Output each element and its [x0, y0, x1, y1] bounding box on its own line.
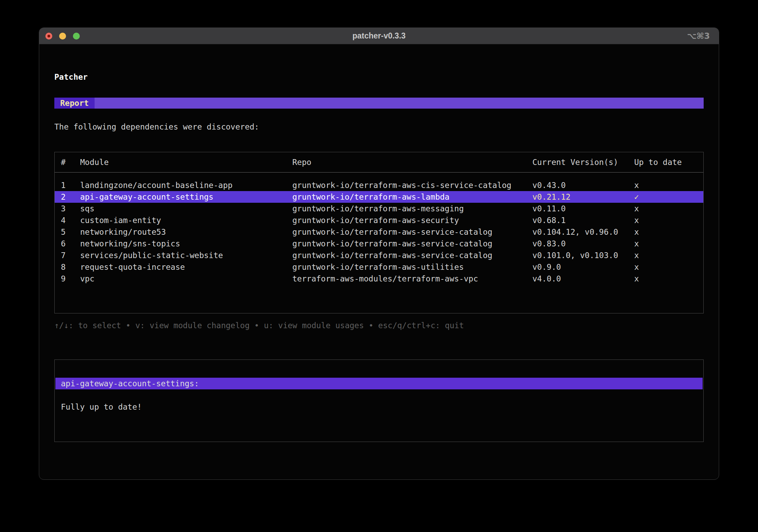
cell-module: services/public-static-website: [80, 250, 292, 261]
cell-module: vpc: [80, 273, 292, 285]
table-row[interactable]: 5 networking/route53 gruntwork-io/terraf…: [55, 226, 703, 238]
cell-module: custom-iam-entity: [80, 214, 292, 226]
cell-current-version: v4.0.0: [532, 273, 634, 285]
detail-panel-status: Fully up to date!: [55, 401, 703, 413]
cell-module: networking/route53: [80, 226, 292, 238]
cell-current-version: v0.43.0: [532, 179, 634, 191]
table-row[interactable]: 6 networking/sns-topics gruntwork-io/ter…: [55, 238, 703, 250]
window-titlebar[interactable]: patcher-v0.3.3 ⌥⌘3: [39, 28, 719, 44]
cell-row-number: 9: [61, 273, 80, 285]
cell-up-to-date: x: [634, 203, 697, 214]
cell-current-version: v0.9.0: [532, 261, 634, 273]
cell-row-number: 1: [61, 179, 80, 191]
table-row[interactable]: 9 vpc terraform-aws-modules/terraform-aw…: [55, 273, 703, 285]
cell-row-number: 4: [61, 214, 80, 226]
dependencies-table: # Module Repo Current Version(s) Up to d…: [54, 152, 704, 313]
cell-row-number: 2: [61, 191, 80, 203]
table-row[interactable]: 8 request-quota-increase gruntwork-io/te…: [55, 261, 703, 273]
cell-repo: gruntwork-io/terraform-aws-service-catal…: [292, 238, 532, 250]
tab-bar-filler: [95, 98, 704, 109]
cell-up-to-date: x: [634, 273, 697, 285]
col-header-repo: Repo: [292, 156, 532, 168]
table-row[interactable]: 4 custom-iam-entity gruntwork-io/terrafo…: [55, 214, 703, 226]
cell-row-number: 7: [61, 250, 80, 261]
module-detail-panel: api-gateway-account-settings: Fully up t…: [54, 359, 704, 442]
cell-current-version: v0.11.0: [532, 203, 634, 214]
cell-module: api-gateway-account-settings: [80, 191, 292, 203]
cell-up-to-date: x: [634, 238, 697, 250]
cell-repo: gruntwork-io/terraform-aws-utilities: [292, 261, 532, 273]
cell-current-version: v0.101.0, v0.103.0: [532, 250, 634, 261]
cell-up-to-date: ✓: [634, 191, 697, 203]
tab-shortcut-label: ⌥⌘3: [687, 31, 719, 41]
cell-repo: gruntwork-io/terraform-aws-service-catal…: [292, 226, 532, 238]
cell-row-number: 6: [61, 238, 80, 250]
cell-current-version: v0.21.12: [532, 191, 634, 203]
cell-module: sqs: [80, 203, 292, 214]
table-row[interactable]: 3 sqs gruntwork-io/terraform-aws-messagi…: [55, 203, 703, 214]
cell-up-to-date: x: [634, 214, 697, 226]
intro-text: The following dependencies were discover…: [54, 121, 704, 133]
col-header-module: Module: [80, 156, 292, 168]
table-row[interactable]: 7 services/public-static-website gruntwo…: [55, 250, 703, 261]
cell-repo: gruntwork-io/terraform-aws-security: [292, 214, 532, 226]
cell-current-version: v0.68.1: [532, 214, 634, 226]
col-header-num: #: [61, 156, 80, 168]
table-body: 1 landingzone/account-baseline-app grunt…: [55, 173, 703, 285]
col-header-version: Current Version(s): [532, 156, 634, 168]
terminal-window: patcher-v0.3.3 ⌥⌘3 Patcher Report The fo…: [39, 27, 719, 480]
terminal-content: Patcher Report The following dependencie…: [39, 71, 719, 442]
detail-panel-title: api-gateway-account-settings:: [55, 378, 703, 389]
table-row[interactable]: 1 landingzone/account-baseline-app grunt…: [55, 179, 703, 191]
cell-up-to-date: x: [634, 250, 697, 261]
cell-repo: gruntwork-io/terraform-aws-service-catal…: [292, 250, 532, 261]
keyboard-help-text: ↑/↓: to select • v: view module changelo…: [54, 320, 704, 331]
tab-bar: Report: [54, 98, 704, 109]
cell-up-to-date: x: [634, 179, 697, 191]
cell-up-to-date: x: [634, 226, 697, 238]
cell-repo: gruntwork-io/terraform-aws-lambda: [292, 191, 532, 203]
window-title: patcher-v0.3.3: [39, 31, 719, 41]
table-row[interactable]: 2 api-gateway-account-settings gruntwork…: [55, 191, 703, 203]
cell-module: request-quota-increase: [80, 261, 292, 273]
col-header-uptodate: Up to date: [634, 156, 697, 168]
cell-current-version: v0.83.0: [532, 238, 634, 250]
cell-module: landingzone/account-baseline-app: [80, 179, 292, 191]
cell-current-version: v0.104.12, v0.96.0: [532, 226, 634, 238]
cell-repo: gruntwork-io/terraform-aws-messaging: [292, 203, 532, 214]
cell-row-number: 5: [61, 226, 80, 238]
cell-up-to-date: x: [634, 261, 697, 273]
cell-row-number: 8: [61, 261, 80, 273]
cell-module: networking/sns-topics: [80, 238, 292, 250]
cell-repo: gruntwork-io/terraform-aws-cis-service-c…: [292, 179, 532, 191]
tab-report[interactable]: Report: [54, 98, 95, 109]
table-header-row: # Module Repo Current Version(s) Up to d…: [55, 152, 703, 173]
cell-repo: terraform-aws-modules/terraform-aws-vpc: [292, 273, 532, 285]
cell-row-number: 3: [61, 203, 80, 214]
app-title: Patcher: [54, 71, 704, 83]
